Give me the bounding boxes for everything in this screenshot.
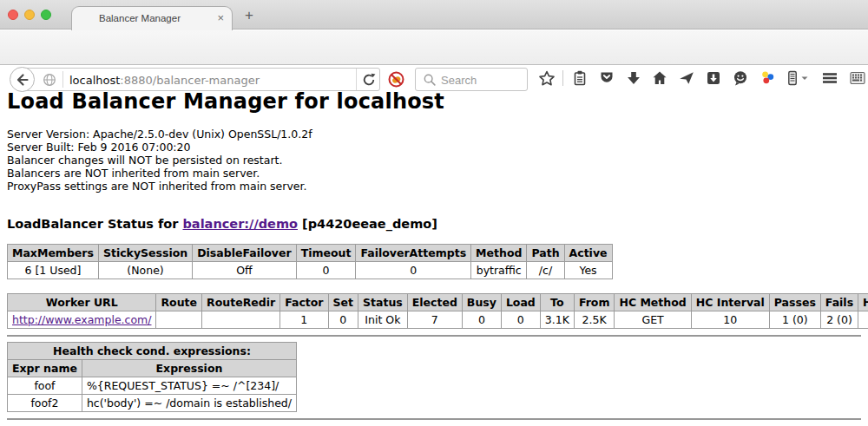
server-info: Server Version: Apache/2.5.0-dev (Unix) … xyxy=(7,128,861,193)
worker-header-cell: Fails xyxy=(820,294,858,311)
tab-balancer-manager[interactable]: Balancer Manager × xyxy=(71,6,233,30)
worker-value-cell xyxy=(202,311,280,329)
close-window-button[interactable] xyxy=(8,10,18,20)
worker-value-cell: 3.1K xyxy=(540,311,574,329)
bottom-divider xyxy=(7,418,861,420)
worker-header-cell: HC Interval xyxy=(691,294,769,311)
balancer-header-cell: Path xyxy=(527,245,564,262)
worker-header-cell: Elected xyxy=(407,294,462,311)
worker-value-cell: 10 xyxy=(691,311,769,329)
worker-url-link[interactable]: http://www.example.com/ xyxy=(12,313,151,326)
worker-header-cell: From xyxy=(574,294,615,311)
balancer-value-cell: (None) xyxy=(98,262,192,279)
worker-header-row: Worker URLRouteRouteRedirFactorSetStatus… xyxy=(8,294,868,311)
balancer-value-cell: Yes xyxy=(564,262,612,279)
worker-header-cell: Route xyxy=(156,294,202,311)
balancer-header-cell: FailoverAttempts xyxy=(356,245,471,262)
urlbar-divider xyxy=(62,71,63,88)
health-expr-row: foof2hc('body') =~ /domain is establishe… xyxy=(8,395,297,412)
worker-value-cell: 0 xyxy=(501,311,540,329)
worker-value-cell: 7 xyxy=(407,311,462,329)
new-tab-button[interactable]: + xyxy=(245,7,253,24)
health-header-cell: Expr name xyxy=(8,360,82,377)
minimize-window-button[interactable] xyxy=(24,10,35,20)
zoom-window-button[interactable] xyxy=(41,10,51,20)
worker-header-cell: HC Method xyxy=(615,294,691,311)
worker-header-cell: Status xyxy=(358,294,408,311)
worker-value-cell: Init Ok xyxy=(358,311,408,329)
cell: %{REQUEST_STATUS} =~ /^[234]/ xyxy=(82,377,296,395)
balancer-header-cell: Active xyxy=(564,245,612,262)
status-heading-suffix: [p4420eeae_demo] xyxy=(298,217,437,231)
worker-header-cell: Busy xyxy=(462,294,501,311)
worker-value-cell: GET xyxy=(615,311,691,329)
balancer-header-cell: StickySession xyxy=(98,245,192,262)
health-header-row: Expr nameExpression xyxy=(8,360,297,377)
worker-header-cell: Passes xyxy=(769,294,820,311)
back-button[interactable] xyxy=(10,67,35,92)
url-text[interactable]: localhost:8880/balancer-manager xyxy=(69,74,260,87)
url-bar[interactable]: localhost:8880/balancer-manager xyxy=(23,68,380,91)
inherit-notice-line: Balancers are NOT inherited from main se… xyxy=(7,167,861,180)
worker-value-cell: 0 xyxy=(328,311,358,329)
nav-toolbar: localhost:8880/balancer-manager Search xyxy=(0,30,868,65)
worker-header-cell: HC uri xyxy=(858,294,868,311)
page-content: Load Balancer Manager for localhost Serv… xyxy=(0,66,868,420)
worker-header-cell: Load xyxy=(501,294,540,311)
loadbalancer-status-heading: LoadBalancer Status for balancer://demo … xyxy=(7,217,861,231)
globe-icon xyxy=(42,72,57,88)
health-caption-row: Health check cond. expressions: xyxy=(8,343,297,360)
balancer-settings-table: MaxMembersStickySessionDisableFailoverTi… xyxy=(7,244,613,279)
balancer-value-cell: /c/ xyxy=(527,262,564,279)
reload-icon xyxy=(360,71,378,88)
health-table-caption: Health check cond. expressions: xyxy=(8,343,297,360)
titlebar: Balancer Manager × + xyxy=(0,0,868,29)
cell: hc('body') =~ /domain is established/ xyxy=(82,395,296,412)
balancer-header-cell: DisableFailover xyxy=(193,245,296,262)
balancer-value-cell: Off xyxy=(193,262,296,279)
status-heading-prefix: LoadBalancer Status for xyxy=(7,217,182,231)
cell: foof xyxy=(8,377,82,395)
server-built-line: Server Built: Feb 9 2016 07:00:20 xyxy=(7,141,861,154)
server-version-line: Server Version: Apache/2.5.0-dev (Unix) … xyxy=(7,128,861,141)
worker-value-cell xyxy=(858,311,868,329)
balancer-value-cell: 6 [1 Used] xyxy=(8,262,99,279)
balancer-value-cell: bytraffic xyxy=(471,262,527,279)
reload-button[interactable] xyxy=(356,69,379,90)
balancer-data-row: 6 [1 Used](None)Off00bytraffic/c/Yes xyxy=(8,262,613,279)
worker-value-cell xyxy=(156,311,202,329)
balancer-header-row: MaxMembersStickySessionDisableFailoverTi… xyxy=(8,245,613,262)
health-table-body: foof%{REQUEST_STATUS} =~ /^[234]/foof2hc… xyxy=(8,377,297,412)
worker-value-cell: 1 (0) xyxy=(769,311,820,329)
balancer-value-cell: 0 xyxy=(356,262,471,279)
cell: foof2 xyxy=(8,395,82,412)
persist-notice-line: Balancer changes will NOT be persisted o… xyxy=(7,154,861,167)
worker-data-row: http://www.example.com/ 10Init Ok7003.1K… xyxy=(8,311,868,329)
balancer-header-cell: Timeout xyxy=(296,245,356,262)
section-divider xyxy=(7,335,861,337)
tab-close-icon[interactable]: × xyxy=(217,11,224,24)
balancer-value-cell: 0 xyxy=(296,262,356,279)
worker-header-cell: RouteRedir xyxy=(202,294,280,311)
back-arrow-icon xyxy=(14,71,31,88)
page-title: Load Balancer Manager for localhost xyxy=(7,89,861,114)
worker-header-cell: Worker URL xyxy=(8,294,156,311)
worker-status-table: Worker URLRouteRouteRedirFactorSetStatus… xyxy=(7,293,868,329)
health-header-cell: Expression xyxy=(82,360,296,377)
url-path: :8880/balancer-manager xyxy=(120,74,260,87)
worker-header-cell: Factor xyxy=(280,294,328,311)
browser-window: Balancer Manager × + localhost:8880/bala… xyxy=(0,0,868,426)
balancer-demo-link[interactable]: balancer://demo xyxy=(182,217,298,231)
url-domain: localhost xyxy=(69,74,120,87)
tab-title: Balancer Manager xyxy=(72,13,207,23)
worker-value-cell: 2.5K xyxy=(574,311,615,329)
worker-value-cell: 2 (0) xyxy=(820,311,858,329)
worker-value-cell: 1 xyxy=(280,311,328,329)
health-check-table: Health check cond. expressions: Expr nam… xyxy=(7,342,297,412)
balancer-header-cell: Method xyxy=(471,245,527,262)
worker-url-cell: http://www.example.com/ xyxy=(8,311,156,329)
proxypass-notice-line: ProxyPass settings are NOT inherited fro… xyxy=(7,180,861,193)
worker-value-cell: 0 xyxy=(462,311,501,329)
health-expr-row: foof%{REQUEST_STATUS} =~ /^[234]/ xyxy=(8,377,297,395)
balancer-header-cell: MaxMembers xyxy=(8,245,99,262)
